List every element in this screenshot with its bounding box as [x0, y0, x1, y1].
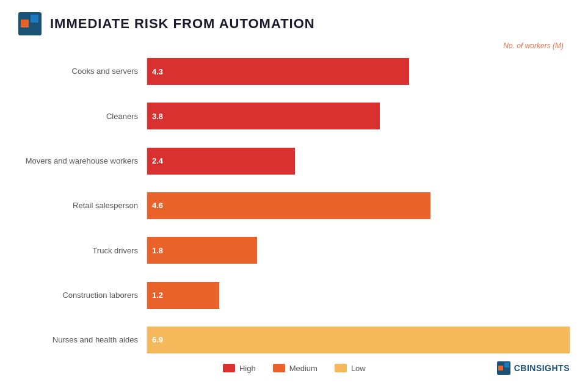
- chart-subtitle: No. of workers (M): [503, 42, 564, 50]
- legend-label: Low: [351, 364, 366, 373]
- page-title: IMMEDIATE RISK FROM AUTOMATION: [50, 16, 315, 32]
- bar-value: 3.8: [152, 112, 163, 121]
- bar-fill: 1.2: [147, 282, 219, 309]
- bar-row: Movers and warehouse workers2.4: [18, 142, 570, 180]
- bar-row: Retail salesperson4.6: [18, 187, 570, 225]
- bar-row: Truck drivers1.8: [18, 231, 570, 269]
- bar-container: 6.9: [147, 327, 570, 353]
- bar-fill: 4.3: [147, 58, 409, 85]
- bar-label: Construction laborers: [18, 291, 147, 300]
- bar-row: Construction laborers1.2: [18, 277, 570, 314]
- bar-value: 1.2: [152, 291, 163, 300]
- legend-label: Medium: [289, 364, 318, 373]
- svg-rect-2: [31, 15, 38, 23]
- legend: HighMediumLow: [92, 364, 497, 373]
- bar-fill: 3.8: [147, 103, 380, 129]
- bar-container: 4.3: [147, 58, 570, 85]
- subtitle-row: No. of workers (M): [18, 42, 570, 50]
- bar-row: Cleaners3.8: [18, 97, 570, 135]
- cbinsights-text: CBINSIGHTS: [514, 363, 570, 373]
- legend-color-box: [335, 364, 347, 372]
- chart-area: Cooks and servers4.3Cleaners3.8Movers an…: [18, 52, 570, 359]
- svg-rect-5: [504, 363, 509, 367]
- bar-row: Cooks and servers4.3: [18, 52, 570, 90]
- legend-item: Low: [335, 364, 366, 373]
- page-container: IMMEDIATE RISK FROM AUTOMATION No. of wo…: [0, 0, 588, 387]
- bar-label: Truck drivers: [18, 246, 147, 256]
- bar-fill: 6.9: [147, 327, 570, 353]
- bar-container: 1.8: [147, 237, 570, 264]
- bar-label: Movers and warehouse workers: [18, 156, 147, 166]
- legend-color-box: [273, 364, 285, 372]
- bar-container: 2.4: [147, 148, 570, 175]
- bar-label: Cleaners: [18, 112, 147, 121]
- bar-label: Cooks and servers: [18, 67, 147, 76]
- bar-container: 3.8: [147, 103, 570, 129]
- cbinsights-logo: CBINSIGHTS: [497, 361, 570, 375]
- cbinsights-logo-icon: [497, 361, 510, 375]
- legend-item: Medium: [273, 364, 318, 373]
- bar-value: 6.9: [152, 335, 163, 344]
- bar-value: 1.8: [152, 246, 163, 255]
- legend-label: High: [239, 364, 256, 373]
- bar-fill: 1.8: [147, 237, 257, 264]
- bar-label: Nurses and health aides: [18, 335, 147, 345]
- bar-value: 4.6: [152, 201, 163, 210]
- bar-value: 2.4: [152, 156, 163, 165]
- footer-row: HighMediumLow CBINSIGHTS: [18, 361, 570, 375]
- legend-color-box: [223, 364, 235, 372]
- legend-item: High: [223, 364, 256, 373]
- header: IMMEDIATE RISK FROM AUTOMATION: [18, 12, 570, 35]
- bar-fill: 4.6: [147, 192, 430, 219]
- bar-container: 1.2: [147, 282, 570, 309]
- cbinsights-header-icon: [18, 12, 42, 35]
- bar-value: 4.3: [152, 67, 163, 76]
- bar-row: Nurses and health aides6.9: [18, 321, 570, 359]
- svg-rect-1: [21, 20, 29, 27]
- bar-label: Retail salesperson: [18, 201, 147, 211]
- svg-rect-4: [498, 366, 503, 371]
- bar-container: 4.6: [147, 192, 570, 219]
- bar-fill: 2.4: [147, 148, 295, 175]
